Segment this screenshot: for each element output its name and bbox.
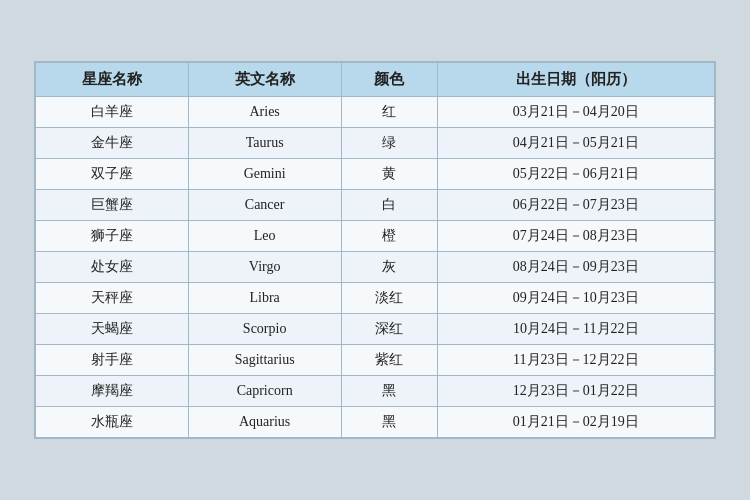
cell-r3-c2: 白: [341, 190, 437, 221]
col-header-english-name: 英文名称: [188, 63, 341, 97]
cell-r4-c2: 橙: [341, 221, 437, 252]
cell-r9-c1: Capricorn: [188, 376, 341, 407]
table-row: 水瓶座Aquarius黑01月21日－02月19日: [36, 407, 715, 438]
cell-r6-c2: 淡红: [341, 283, 437, 314]
table-row: 双子座Gemini黄05月22日－06月21日: [36, 159, 715, 190]
cell-r4-c1: Leo: [188, 221, 341, 252]
cell-r1-c0: 金牛座: [36, 128, 189, 159]
table-row: 天秤座Libra淡红09月24日－10月23日: [36, 283, 715, 314]
table-row: 摩羯座Capricorn黑12月23日－01月22日: [36, 376, 715, 407]
col-header-chinese-name: 星座名称: [36, 63, 189, 97]
cell-r2-c2: 黄: [341, 159, 437, 190]
zodiac-table-wrapper: 星座名称 英文名称 颜色 出生日期（阳历） 白羊座Aries红03月21日－04…: [34, 61, 716, 439]
cell-r7-c3: 10月24日－11月22日: [437, 314, 714, 345]
cell-r0-c3: 03月21日－04月20日: [437, 97, 714, 128]
col-header-birthday: 出生日期（阳历）: [437, 63, 714, 97]
table-row: 巨蟹座Cancer白06月22日－07月23日: [36, 190, 715, 221]
cell-r2-c1: Gemini: [188, 159, 341, 190]
cell-r0-c2: 红: [341, 97, 437, 128]
cell-r9-c3: 12月23日－01月22日: [437, 376, 714, 407]
table-row: 天蝎座Scorpio深红10月24日－11月22日: [36, 314, 715, 345]
cell-r10-c2: 黑: [341, 407, 437, 438]
cell-r9-c0: 摩羯座: [36, 376, 189, 407]
cell-r5-c2: 灰: [341, 252, 437, 283]
cell-r1-c1: Taurus: [188, 128, 341, 159]
cell-r8-c1: Sagittarius: [188, 345, 341, 376]
zodiac-table: 星座名称 英文名称 颜色 出生日期（阳历） 白羊座Aries红03月21日－04…: [35, 62, 715, 438]
cell-r7-c1: Scorpio: [188, 314, 341, 345]
table-row: 射手座Sagittarius紫红11月23日－12月22日: [36, 345, 715, 376]
table-header-row: 星座名称 英文名称 颜色 出生日期（阳历）: [36, 63, 715, 97]
cell-r2-c0: 双子座: [36, 159, 189, 190]
table-row: 白羊座Aries红03月21日－04月20日: [36, 97, 715, 128]
cell-r7-c2: 深红: [341, 314, 437, 345]
cell-r9-c2: 黑: [341, 376, 437, 407]
table-row: 狮子座Leo橙07月24日－08月23日: [36, 221, 715, 252]
table-row: 金牛座Taurus绿04月21日－05月21日: [36, 128, 715, 159]
cell-r10-c3: 01月21日－02月19日: [437, 407, 714, 438]
cell-r10-c1: Aquarius: [188, 407, 341, 438]
cell-r3-c1: Cancer: [188, 190, 341, 221]
cell-r1-c3: 04月21日－05月21日: [437, 128, 714, 159]
cell-r7-c0: 天蝎座: [36, 314, 189, 345]
table-row: 处女座Virgo灰08月24日－09月23日: [36, 252, 715, 283]
cell-r6-c3: 09月24日－10月23日: [437, 283, 714, 314]
cell-r5-c0: 处女座: [36, 252, 189, 283]
cell-r1-c2: 绿: [341, 128, 437, 159]
cell-r8-c0: 射手座: [36, 345, 189, 376]
cell-r5-c1: Virgo: [188, 252, 341, 283]
cell-r3-c3: 06月22日－07月23日: [437, 190, 714, 221]
cell-r0-c0: 白羊座: [36, 97, 189, 128]
cell-r8-c2: 紫红: [341, 345, 437, 376]
cell-r6-c0: 天秤座: [36, 283, 189, 314]
cell-r8-c3: 11月23日－12月22日: [437, 345, 714, 376]
cell-r5-c3: 08月24日－09月23日: [437, 252, 714, 283]
cell-r0-c1: Aries: [188, 97, 341, 128]
cell-r4-c3: 07月24日－08月23日: [437, 221, 714, 252]
col-header-color: 颜色: [341, 63, 437, 97]
cell-r2-c3: 05月22日－06月21日: [437, 159, 714, 190]
cell-r4-c0: 狮子座: [36, 221, 189, 252]
cell-r6-c1: Libra: [188, 283, 341, 314]
cell-r3-c0: 巨蟹座: [36, 190, 189, 221]
cell-r10-c0: 水瓶座: [36, 407, 189, 438]
table-body: 白羊座Aries红03月21日－04月20日金牛座Taurus绿04月21日－0…: [36, 97, 715, 438]
